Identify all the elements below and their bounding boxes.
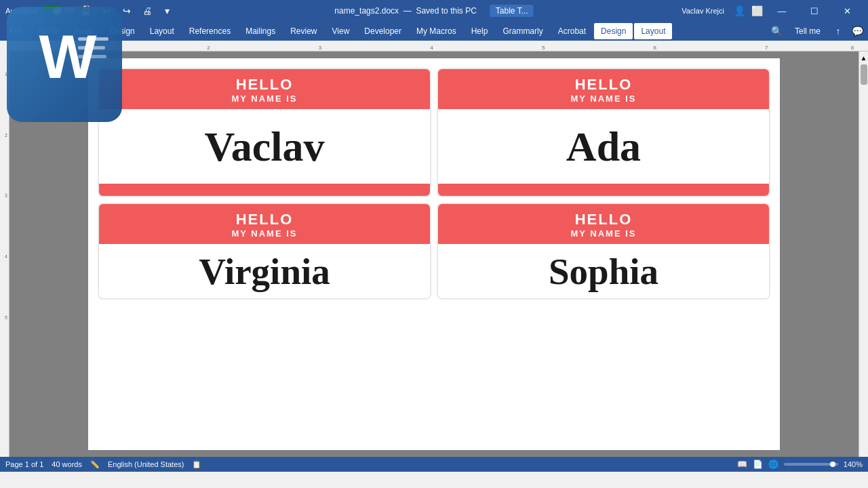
name-tag-2: HELLO MY NAME IS Ada xyxy=(437,68,770,197)
tag-myname-4: MY NAME IS xyxy=(443,228,764,239)
name-tag-1: HELLO MY NAME IS Vaclav xyxy=(98,68,431,197)
tag-body-3: Virginia xyxy=(99,244,430,298)
tag-header-4: HELLO MY NAME IS xyxy=(438,204,769,244)
name-tags-grid: HELLO MY NAME IS Vaclav HELLO MY NAME IS xyxy=(95,65,773,302)
tag-name-3: Virginia xyxy=(199,250,330,293)
tag-body-1: Vaclav xyxy=(99,109,430,184)
scroll-up-button[interactable]: ▲ xyxy=(861,54,867,62)
saved-state: Saved to this PC xyxy=(416,6,476,16)
edit-mode-icon[interactable]: ✏️ xyxy=(90,460,100,469)
titlebar-right: Vaclav Krejci 👤 ⬜ — ☐ ✕ xyxy=(682,0,863,22)
menu-view[interactable]: View xyxy=(326,23,357,39)
menu-layout-active[interactable]: Layout xyxy=(634,23,672,39)
tag-name-4: Sophia xyxy=(549,250,658,293)
print-layout-icon[interactable]: 📄 xyxy=(753,460,763,469)
menu-mymacros[interactable]: My Macros xyxy=(410,23,463,39)
menu-insert[interactable]: Insert xyxy=(67,23,101,39)
document-title-area: name_tags2.docx — Saved to this PC Table… xyxy=(334,6,533,16)
zoom-level: 140% xyxy=(844,460,863,468)
table-tools-label: Table T... xyxy=(490,5,534,17)
menu-file[interactable]: File xyxy=(3,23,29,39)
tag-hello-3: HELLO xyxy=(104,211,425,228)
tag-hello-1: HELLO xyxy=(104,76,425,94)
left-ruler: 1 2 3 4 5 xyxy=(0,52,9,457)
filename: name_tags2.docx xyxy=(334,6,399,16)
ruler-area: 1 2 3 4 5 6 7 8 xyxy=(0,41,868,52)
undo-icon[interactable]: ↩ xyxy=(98,3,115,19)
tag-body-4: Sophia xyxy=(438,244,769,298)
print-icon[interactable]: 🖨 xyxy=(139,3,155,19)
close-button[interactable]: ✕ xyxy=(831,0,863,22)
scroll-thumb[interactable] xyxy=(861,64,867,85)
zoom-bar[interactable] xyxy=(784,463,838,466)
menu-home[interactable]: Home xyxy=(31,23,66,39)
page-info-text: Page 1 of 1 xyxy=(5,460,43,468)
tell-me-item[interactable]: Tell me xyxy=(788,23,827,39)
word-count-item[interactable]: 40 words xyxy=(52,460,82,468)
menu-design-active[interactable]: Design xyxy=(594,23,633,39)
menu-design[interactable]: Design xyxy=(102,23,141,39)
username: Vaclav Krejci xyxy=(682,7,724,15)
page-info[interactable]: Page 1 of 1 xyxy=(5,460,43,468)
ribbon-toggle-icon[interactable]: ⬜ xyxy=(749,3,765,19)
statusbar: Page 1 of 1 40 words ✏️ English (United … xyxy=(0,457,868,472)
tag-name-1: Vaclav xyxy=(205,123,325,171)
autosave-toggle[interactable] xyxy=(41,5,62,16)
tag-myname-1: MY NAME IS xyxy=(104,94,425,104)
ruler-top: 1 2 3 4 5 6 7 8 xyxy=(9,41,868,52)
name-tag-3: HELLO MY NAME IS Virginia xyxy=(98,203,431,300)
menu-review[interactable]: Review xyxy=(283,23,323,39)
share-icon[interactable]: ↑ xyxy=(830,23,846,39)
profile-icon[interactable]: 👤 xyxy=(731,3,747,19)
minimize-button[interactable]: — xyxy=(766,0,797,22)
language-text: English (United States) xyxy=(108,460,184,468)
autosave-label: AutoSave xyxy=(5,7,38,15)
tag-myname-3: MY NAME IS xyxy=(104,228,425,239)
save-icon[interactable]: 💾 xyxy=(78,3,94,19)
menubar: File Home Insert Design Layout Reference… xyxy=(0,22,868,41)
word-count-text: 40 words xyxy=(52,460,82,468)
document-canvas[interactable]: HELLO MY NAME IS Vaclav HELLO MY NAME IS xyxy=(9,52,859,457)
menu-help[interactable]: Help xyxy=(465,23,495,39)
autosave-state: Off xyxy=(65,7,74,15)
titlebar-left: AutoSave Off 💾 ↩ ↪ 🖨 ▾ xyxy=(5,3,176,19)
customize-icon[interactable]: ▾ xyxy=(159,3,176,19)
tag-body-2: Ada xyxy=(438,109,769,184)
document-page: HELLO MY NAME IS Vaclav HELLO MY NAME IS xyxy=(88,58,780,450)
tag-footer-2 xyxy=(438,184,769,196)
tag-header-3: HELLO MY NAME IS xyxy=(99,204,430,244)
autosave-area: AutoSave Off xyxy=(5,5,74,16)
web-layout-icon[interactable]: 🌐 xyxy=(768,460,778,469)
tag-header-1: HELLO MY NAME IS xyxy=(99,69,430,109)
maximize-button[interactable]: ☐ xyxy=(799,0,830,22)
zoom-thumb xyxy=(830,462,835,467)
tag-hello-2: HELLO xyxy=(443,76,764,94)
name-tag-4: HELLO MY NAME IS Sophia xyxy=(437,203,770,300)
menu-mailings[interactable]: Mailings xyxy=(239,23,282,39)
ruler-side xyxy=(0,41,9,52)
menu-layout[interactable]: Layout xyxy=(143,23,181,39)
tag-header-2: HELLO MY NAME IS xyxy=(438,69,769,109)
search-icon[interactable]: 🔍 xyxy=(769,23,785,39)
language-item[interactable]: English (United States) xyxy=(108,460,184,468)
titlebar: AutoSave Off 💾 ↩ ↪ 🖨 ▾ name_tags2.docx —… xyxy=(0,0,868,22)
track-changes-icon[interactable]: 📋 xyxy=(192,460,201,469)
tag-footer-1 xyxy=(99,184,430,196)
menu-developer[interactable]: Developer xyxy=(357,23,408,39)
tag-name-2: Ada xyxy=(566,123,641,171)
comments-icon[interactable]: 💬 xyxy=(849,23,865,39)
menu-references[interactable]: References xyxy=(182,23,237,39)
tag-myname-2: MY NAME IS xyxy=(443,94,764,104)
read-mode-icon[interactable]: 📖 xyxy=(737,460,747,469)
status-right: 📖 📄 🌐 140% xyxy=(737,460,863,469)
right-scrollbar[interactable]: ▲ xyxy=(859,52,868,457)
menu-acrobat[interactable]: Acrobat xyxy=(551,23,593,39)
redo-icon[interactable]: ↪ xyxy=(119,3,135,19)
menu-grammarly[interactable]: Grammarly xyxy=(496,23,549,39)
main-area: 1 2 3 4 5 HELLO MY NAME IS Vaclav xyxy=(0,52,868,457)
tag-hello-4: HELLO xyxy=(443,211,764,228)
